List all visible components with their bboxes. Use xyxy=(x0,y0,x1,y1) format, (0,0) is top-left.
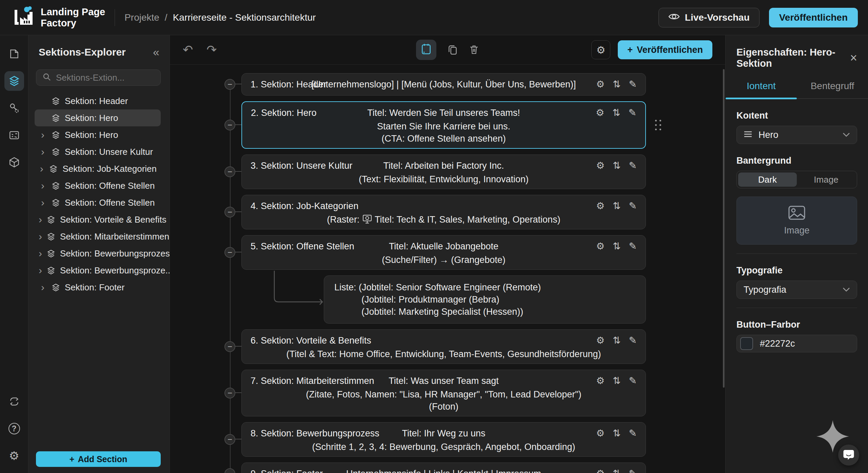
node-reorder-icon[interactable]: ⇅ xyxy=(613,376,620,386)
chevron-right-icon[interactable]: › xyxy=(39,164,44,174)
chevron-right-icon[interactable]: › xyxy=(39,248,42,259)
node-edit-icon[interactable]: ✎ xyxy=(629,201,637,211)
chevron-right-icon[interactable]: › xyxy=(39,181,47,191)
chevron-right-icon[interactable]: › xyxy=(39,282,47,292)
collapse-node-button[interactable]: − xyxy=(224,166,235,177)
section-node-9[interactable]: 9. Sektion: FooterUnternehmensinfo | Lin… xyxy=(241,462,646,473)
node-settings-icon[interactable]: ⚙ xyxy=(596,161,605,170)
section-node-4[interactable]: 4. Sektion: Job-Kategorien⚙⇅✎(Raster: Ti… xyxy=(241,195,646,229)
sidebar-section-item[interactable]: ›Sektion: Header xyxy=(35,92,161,109)
node-reorder-icon[interactable]: ⇅ xyxy=(613,201,620,211)
collapse-node-button[interactable]: − xyxy=(224,468,235,473)
node-edit-icon[interactable]: ✎ xyxy=(629,108,636,118)
chevron-right-icon[interactable]: › xyxy=(39,231,42,242)
rail-sync-icon[interactable] xyxy=(4,392,24,411)
node-reorder-icon[interactable]: ⇅ xyxy=(612,108,620,118)
node-edit-icon[interactable]: ✎ xyxy=(629,161,637,170)
collapse-node-button[interactable]: − xyxy=(224,434,235,445)
job-list-subnode[interactable]: Liste: (Jobtitel: Senior Software Engine… xyxy=(324,275,646,324)
search-input[interactable] xyxy=(56,73,154,83)
node-edit-icon[interactable]: ✎ xyxy=(629,429,637,438)
node-settings-icon[interactable]: ⚙ xyxy=(596,336,605,345)
publish-button[interactable]: Veröffentlichen xyxy=(769,8,858,27)
section-node-6[interactable]: 6. Sektion: Vorteile & Benefits⚙⇅✎(Titel… xyxy=(241,329,646,364)
sidebar-section-item[interactable]: ›Sektion: Mitarbeiterstimmen xyxy=(35,228,161,245)
node-settings-icon[interactable]: ⚙ xyxy=(596,242,605,251)
board-view-button[interactable] xyxy=(416,40,436,60)
chevron-right-icon[interactable]: › xyxy=(39,147,47,157)
node-reorder-icon[interactable]: ⇅ xyxy=(613,80,620,89)
redo-button[interactable]: ↷ xyxy=(206,43,217,57)
chat-widget-button[interactable] xyxy=(838,445,859,466)
collapse-node-button[interactable]: − xyxy=(224,207,235,218)
rail-settings-icon[interactable]: ⚙ xyxy=(4,446,24,466)
section-node-8[interactable]: 8. Sektion: BewerbungsprozessTitel: Ihr … xyxy=(241,422,646,457)
delete-button[interactable] xyxy=(469,44,479,55)
section-node-7[interactable]: 7. Sektion: MitarbeiterstimmenTitel: Was… xyxy=(241,370,646,416)
canvas-settings-button[interactable]: ⚙ xyxy=(591,40,610,59)
tab-settings[interactable]: Bentegruff xyxy=(797,81,868,98)
node-reorder-icon[interactable]: ⇅ xyxy=(613,336,620,345)
section-node-1[interactable]: 1. Sektion: Header[Unternehmenslogo] | [… xyxy=(241,73,646,96)
live-preview-button[interactable]: Live-Vorschau xyxy=(658,8,760,27)
chevron-right-icon[interactable]: › xyxy=(39,265,42,275)
section-search[interactable] xyxy=(36,69,161,86)
sidebar-section-item[interactable]: ›Sektion: Hero xyxy=(35,109,161,126)
undo-button[interactable]: ↶ xyxy=(183,43,193,57)
sidebar-section-item[interactable]: ›Sektion: Unsere Kultur xyxy=(35,143,161,160)
collapse-node-button[interactable]: − xyxy=(224,341,235,352)
app-logo[interactable]: Landing Page Factory xyxy=(10,4,105,31)
close-panel-icon[interactable]: × xyxy=(850,52,857,64)
node-reorder-icon[interactable]: ⇅ xyxy=(613,161,620,170)
node-edit-icon[interactable]: ✎ xyxy=(629,469,637,473)
typography-select[interactable]: Typografia xyxy=(736,281,857,299)
duplicate-button[interactable] xyxy=(447,44,458,55)
tab-content[interactable]: Iontent xyxy=(726,81,797,98)
node-reorder-icon[interactable]: ⇅ xyxy=(613,429,620,438)
sidebar-section-item[interactable]: ›Sektion: Vorteile & Benefits xyxy=(35,211,161,228)
sidebar-section-item[interactable]: ›Sektion: Hero xyxy=(35,126,161,143)
bg-option-dark[interactable]: Dark xyxy=(738,172,797,187)
collapse-sidebar-button[interactable]: « xyxy=(153,45,159,59)
collapse-node-button[interactable]: − xyxy=(224,247,235,258)
add-section-button[interactable]: + Add Section xyxy=(36,451,161,467)
breadcrumb-parent[interactable]: Projekte xyxy=(124,12,159,23)
section-node-5[interactable]: 5. Sektion: Offene StellenTitel: Aktuell… xyxy=(241,235,646,270)
rail-assets-icon[interactable] xyxy=(4,152,24,172)
image-upload-placeholder[interactable]: Image xyxy=(736,197,857,245)
node-reorder-icon[interactable]: ⇅ xyxy=(613,469,620,473)
sidebar-section-item[interactable]: ›Sektion: Offene Stellen xyxy=(35,177,161,194)
node-settings-icon[interactable]: ⚙ xyxy=(596,469,605,473)
node-edit-icon[interactable]: ✎ xyxy=(629,376,637,386)
node-settings-icon[interactable]: ⚙ xyxy=(596,108,604,118)
rail-pages-icon[interactable] xyxy=(4,44,24,64)
node-edit-icon[interactable]: ✎ xyxy=(629,80,637,89)
node-settings-icon[interactable]: ⚙ xyxy=(596,201,605,211)
button-color-field[interactable]: #22272c xyxy=(736,335,857,352)
canvas-publish-button[interactable]: + Veröffentlichen xyxy=(618,40,712,59)
chevron-right-icon[interactable]: › xyxy=(39,130,47,140)
rail-integrations-icon[interactable] xyxy=(4,98,24,118)
node-edit-icon[interactable]: ✎ xyxy=(629,336,637,345)
section-node-3[interactable]: 3. Sektion: Unsere KulturTitel: Arbeiten… xyxy=(241,155,646,189)
sidebar-section-item[interactable]: ›Sektion: Offene Stellen xyxy=(35,194,161,211)
sidebar-section-item[interactable]: ›Sektion: Bewerbungsproze... xyxy=(35,262,161,279)
sidebar-section-item[interactable]: ›Sektion: Footer xyxy=(35,279,161,296)
rail-components-icon[interactable] xyxy=(4,125,24,145)
rail-layers-icon[interactable] xyxy=(4,71,24,91)
collapse-node-button[interactable]: − xyxy=(224,120,235,130)
collapse-node-button[interactable]: − xyxy=(224,79,235,90)
chevron-right-icon[interactable]: › xyxy=(39,214,42,225)
chevron-right-icon[interactable]: › xyxy=(39,198,47,208)
collapse-node-button[interactable]: − xyxy=(224,388,235,398)
node-reorder-icon[interactable]: ⇅ xyxy=(613,242,620,251)
node-drag-handle[interactable] xyxy=(655,120,662,130)
section-node-2[interactable]: 2. Sektion: HeroTitel: Werden Sie Teil u… xyxy=(241,101,646,149)
node-settings-icon[interactable]: ⚙ xyxy=(596,80,605,89)
sidebar-section-item[interactable]: ›Sektion: Job-Kategorien xyxy=(35,160,161,177)
content-select[interactable]: Hero xyxy=(736,126,857,144)
color-swatch[interactable] xyxy=(740,337,753,350)
canvas-scrollbar[interactable] xyxy=(723,69,725,388)
bg-option-image[interactable]: Image xyxy=(797,172,855,187)
node-settings-icon[interactable]: ⚙ xyxy=(596,376,605,386)
